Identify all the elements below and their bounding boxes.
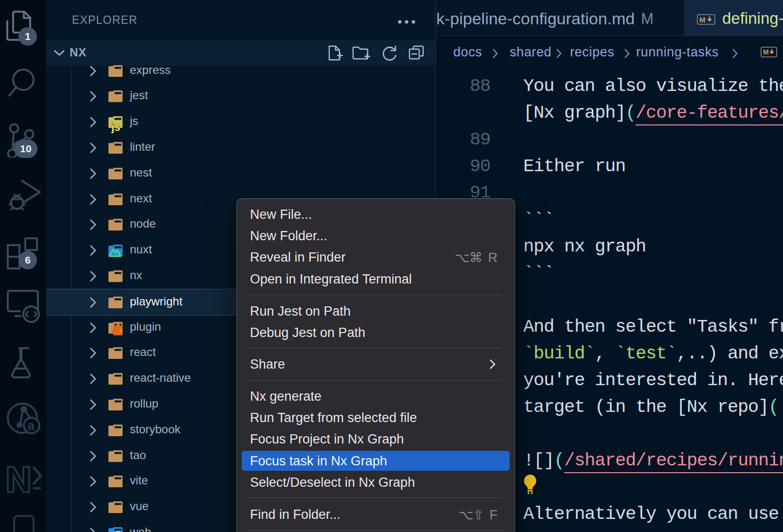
svg-text:M: M bbox=[699, 16, 706, 24]
svg-text:M: M bbox=[763, 48, 769, 56]
svg-text:a: a bbox=[27, 419, 35, 434]
svg-text:js: js bbox=[111, 121, 120, 133]
